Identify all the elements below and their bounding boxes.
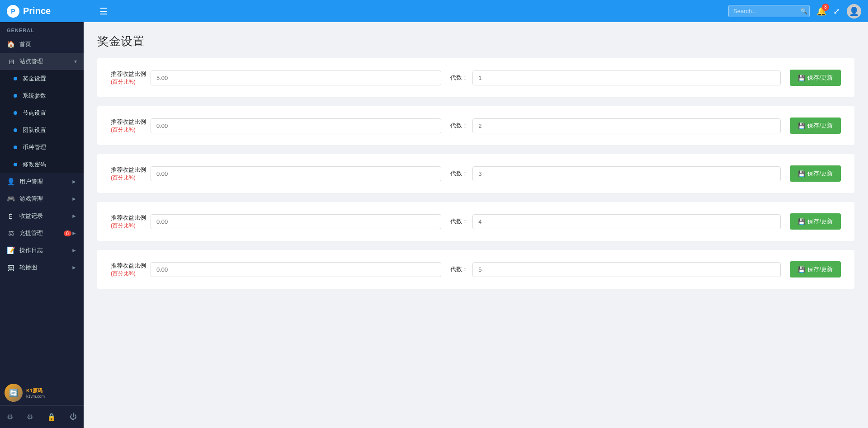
bonus-card-4: 推荐收益比例 (百分比%) 代数： 💾 保存/更新 [97,202,854,241]
ratio-label-1: 推荐收益比例 (百分比%) [111,70,146,86]
sidebar-footer: 🔄 K1源码 k1vm.com ⚙ ⚙ 🔒 ⏻ [0,380,84,428]
ratio-label-4: 推荐收益比例 (百分比%) [111,214,146,230]
bonus-card-3: 推荐收益比例 (百分比%) 代数： 💾 保存/更新 [97,154,854,193]
gen-group-5: 代数： [450,262,781,277]
brand-sub: k1vm.com [26,394,45,399]
sidebar-item-system[interactable]: 系统参数 [0,87,84,104]
sidebar-item-coin[interactable]: 币种管理 [0,139,84,156]
gen-label-3: 代数： [450,169,468,178]
dot-icon [14,94,17,98]
gen-input-4[interactable] [472,214,781,229]
ratio-input-4[interactable] [151,214,441,229]
ratio-field-group-5: 推荐收益比例 (百分比%) [111,262,441,277]
search-input[interactable] [733,8,797,14]
ratio-input-2[interactable] [151,118,441,133]
header-right: 🔍 🔔 8 ⤢ 👤 [728,4,861,19]
save-icon-1: 💾 [798,75,805,81]
sidebar-site-mgmt-label: 站点管理 [19,57,74,66]
ratio-label-2: 推荐收益比例 (百分比%) [111,118,146,134]
sidebar-item-node[interactable]: 节点设置 [0,104,84,122]
user-icon: 👤 [7,178,15,186]
sidebar-log-label: 操作日志 [19,246,71,254]
sidebar-item-game-mgmt[interactable]: 🎮 游戏管理 ► [0,190,84,207]
sidebar-item-team[interactable]: 团队设置 [0,122,84,139]
ratio-field-group-3: 推荐收益比例 (百分比%) [111,166,441,182]
sidebar-system-label: 系统参数 [23,92,77,100]
sidebar-coin-label: 币种管理 [23,143,77,151]
bonus-card-1: 推荐收益比例 (百分比%) 代数： 💾 保存/更新 [97,58,854,97]
sidebar-item-recharge[interactable]: ⚖ 充提管理 8 ► [0,225,84,242]
sidebar-bonus-label: 奖金设置 [23,75,77,83]
ratio-label-main-4: 推荐收益比例 [111,214,146,222]
sidebar-item-user-mgmt[interactable]: 👤 用户管理 ► [0,173,84,190]
tools-icon[interactable]: ⚙ [24,410,35,423]
chevron-down-icon: ▾ [74,58,77,65]
settings-icon[interactable]: ⚙ [5,410,15,423]
bitcoin-icon: ₿ [7,212,15,220]
dot-icon [14,128,17,132]
lock-icon[interactable]: 🔒 [45,410,58,423]
search-box[interactable]: 🔍 [728,5,810,17]
gen-input-3[interactable] [472,166,781,181]
gen-group-3: 代数： [450,166,781,181]
sidebar-item-operation-log[interactable]: 📝 操作日志 ► [0,242,84,259]
ratio-label-sub-3: (百分比%) [111,174,146,182]
ratio-field-group-2: 推荐收益比例 (百分比%) [111,118,441,134]
ratio-label-main-5: 推荐收益比例 [111,262,146,270]
game-icon: 🎮 [7,195,15,203]
save-label-1: 保存/更新 [807,74,833,82]
bonus-row-2: 推荐收益比例 (百分比%) 代数： 💾 保存/更新 [111,118,841,134]
ratio-label-sub-2: (百分比%) [111,126,146,134]
search-icon: 🔍 [800,8,807,14]
save-icon-2: 💾 [798,122,805,129]
expand-icon[interactable]: ⤢ [833,6,840,16]
sidebar-carousel-label: 轮播图 [19,263,71,272]
sidebar-recharge-label: 充提管理 [19,229,61,237]
ratio-input-5[interactable] [151,262,441,277]
gen-input-2[interactable] [472,118,781,133]
ratio-label-sub-5: (百分比%) [111,270,146,277]
gen-label-4: 代数： [450,217,468,226]
power-icon[interactable]: ⏻ [67,410,79,423]
ratio-input-3[interactable] [151,166,441,181]
ratio-label-5: 推荐收益比例 (百分比%) [111,262,146,277]
chevron-right-icon: ► [71,247,77,254]
gen-group-2: 代数： [450,118,781,133]
save-label-3: 保存/更新 [807,169,833,178]
brand-logo: 🔄 [5,384,23,402]
save-icon-4: 💾 [798,218,805,225]
save-btn-2[interactable]: 💾 保存/更新 [790,118,841,134]
top-header: P Prince ☰ 🔍 🔔 8 ⤢ 👤 [0,0,868,22]
gen-group-1: 代数： [450,71,781,85]
save-btn-4[interactable]: 💾 保存/更新 [790,213,841,230]
save-icon-5: 💾 [798,266,805,273]
sidebar-item-site-mgmt[interactable]: 🖥 站点管理 ▾ [0,53,84,70]
bonus-row-5: 推荐收益比例 (百分比%) 代数： 💾 保存/更新 [111,261,841,277]
save-btn-3[interactable]: 💾 保存/更新 [790,165,841,182]
sidebar-item-earnings[interactable]: ₿ 收益记录 ► [0,207,84,225]
logo-text: Prince [23,6,51,16]
sidebar-submenu: 奖金设置 系统参数 节点设置 团队设置 币种管理 修改密码 [0,70,84,173]
avatar[interactable]: 👤 [847,4,861,19]
save-btn-5[interactable]: 💾 保存/更新 [790,261,841,277]
sidebar-earnings-label: 收益记录 [19,212,71,220]
sidebar-item-home[interactable]: 🏠 首页 [0,36,84,53]
save-btn-1[interactable]: 💾 保存/更新 [790,70,841,86]
gen-input-1[interactable] [472,71,781,85]
ratio-label-main-1: 推荐收益比例 [111,70,146,78]
chevron-right-icon: ► [71,230,77,236]
notification-badge: 8 [822,4,829,11]
notification-bell[interactable]: 🔔 8 [816,6,826,16]
dot-icon [14,77,17,80]
sidebar-item-bonus[interactable]: 奖金设置 [0,70,84,87]
sidebar-branding: 🔄 K1源码 k1vm.com [0,380,84,405]
sidebar-item-password[interactable]: 修改密码 [0,156,84,173]
hamburger-icon[interactable]: ☰ [99,6,108,17]
save-label-4: 保存/更新 [807,217,833,226]
save-label-2: 保存/更新 [807,122,833,130]
save-icon-3: 💾 [798,170,805,177]
bonus-row-1: 推荐收益比例 (百分比%) 代数： 💾 保存/更新 [111,70,841,86]
sidebar-item-carousel[interactable]: 🖼 轮播图 ► [0,259,84,276]
gen-input-5[interactable] [472,262,781,277]
ratio-input-1[interactable] [151,71,441,85]
